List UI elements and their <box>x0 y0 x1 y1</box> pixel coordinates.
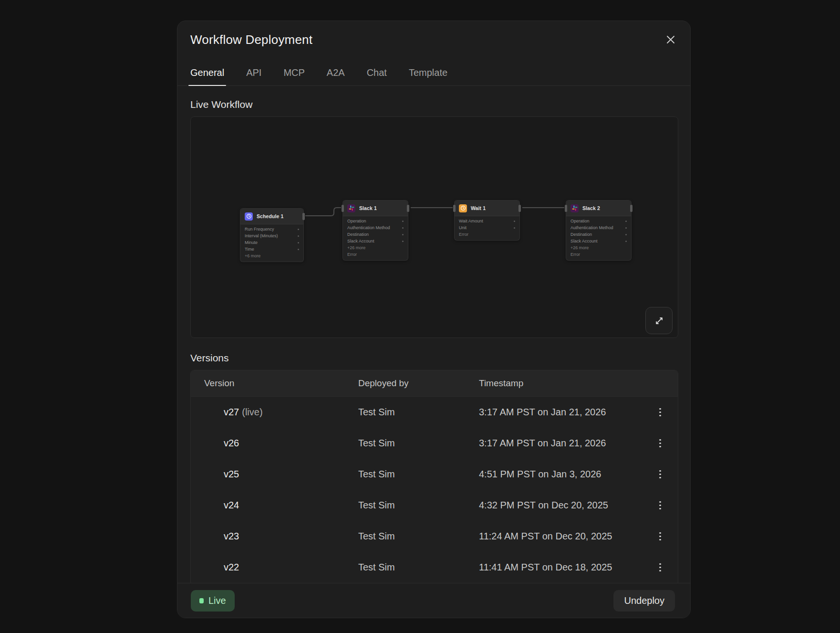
field-dot-icon <box>298 249 299 250</box>
table-row[interactable]: v22 Test Sim 11:41 AM PST on Dec 18, 202… <box>191 552 678 583</box>
field-dot-icon <box>402 227 404 229</box>
node-header: Schedule 1 <box>240 209 303 224</box>
close-icon <box>665 34 676 45</box>
workflow-canvas[interactable]: Schedule 1 Run Frequency Interval (Minut… <box>190 116 678 338</box>
node-field-label: Operation <box>347 219 366 223</box>
workflow-node-wait-1[interactable]: Wait 1 Wait Amount Unit Error <box>454 200 520 241</box>
node-title: Schedule 1 <box>257 213 283 219</box>
live-suffix-label: (live) <box>242 407 262 417</box>
node-error-label: Error <box>455 231 519 238</box>
tab-bar: General API MCP A2A Chat Template <box>177 63 690 86</box>
version-label: v26 <box>224 438 239 448</box>
workflow-deployment-modal: Workflow Deployment General API MCP A2A … <box>177 21 691 618</box>
row-menu-button[interactable] <box>652 559 668 576</box>
node-field-label: Wait Amount <box>459 219 483 223</box>
workflow-node-slack-2[interactable]: Slack 2 Operation Authentication Method … <box>566 200 632 261</box>
node-field-label: Unit <box>459 225 467 230</box>
tab-general[interactable]: General <box>190 67 224 85</box>
tab-template[interactable]: Template <box>409 67 447 85</box>
live-dot-icon <box>199 598 204 603</box>
node-field-label: Destination <box>347 232 369 237</box>
undeploy-button[interactable]: Undeploy <box>613 590 675 612</box>
node-error-label: Error <box>566 251 631 258</box>
version-label: v27 <box>224 407 239 417</box>
timestamp-value: 4:51 PM PST on Jan 3, 2026 <box>479 469 635 480</box>
table-row[interactable]: v27(live) Test Sim 3:17 AM PST on Jan 21… <box>191 397 678 428</box>
node-field-label: Authentication Method <box>347 225 390 230</box>
workflow-node-schedule-1[interactable]: Schedule 1 Run Frequency Interval (Minut… <box>240 208 304 262</box>
row-menu-button[interactable] <box>652 528 668 545</box>
schedule-clock-icon <box>245 212 253 221</box>
node-more-label[interactable]: +6 more <box>240 253 303 259</box>
live-badge-label: Live <box>208 595 226 606</box>
node-field-label: Minute <box>245 240 258 245</box>
node-field-label: Slack Account <box>570 239 598 243</box>
tab-mcp[interactable]: MCP <box>283 67 304 85</box>
row-menu-button[interactable] <box>652 404 668 421</box>
node-title: Slack 2 <box>582 205 600 211</box>
field-dot-icon <box>625 221 627 222</box>
node-more-label[interactable]: +26 more <box>566 244 631 251</box>
table-row[interactable]: v24 Test Sim 4:32 PM PST on Dec 20, 2025 <box>191 490 678 521</box>
workflow-node-slack-1[interactable]: Slack 1 Operation Authentication Method … <box>342 200 408 261</box>
version-label: v24 <box>224 500 239 510</box>
field-dot-icon <box>402 221 404 222</box>
node-body: Run Frequency Interval (Minutes) Minute … <box>240 224 303 262</box>
field-dot-icon <box>298 242 299 243</box>
row-menu-button[interactable] <box>652 435 668 452</box>
versions-heading: Versions <box>190 352 678 364</box>
slack-icon <box>347 204 355 212</box>
node-field-label: Run Frequency <box>245 227 274 232</box>
table-header-row: Version Deployed by Timestamp <box>191 370 678 397</box>
input-port[interactable] <box>565 205 567 212</box>
table-row[interactable]: v23 Test Sim 11:24 AM PST on Dec 20, 202… <box>191 521 678 552</box>
close-button[interactable] <box>664 32 678 47</box>
output-port[interactable] <box>407 205 409 212</box>
modal-content: Live Workflow Schedule 1 Run Frequency <box>190 86 678 586</box>
modal-footer: Live Undeploy <box>177 583 690 618</box>
field-dot-icon <box>514 221 515 222</box>
row-menu-button[interactable] <box>652 497 668 514</box>
version-label: v25 <box>224 469 239 479</box>
version-label: v23 <box>224 531 239 541</box>
expand-workflow-button[interactable] <box>645 307 673 334</box>
deployed-by-value: Test Sim <box>358 500 479 511</box>
node-field-label: Authentication Method <box>570 225 613 230</box>
field-dot-icon <box>298 235 299 237</box>
output-port[interactable] <box>519 205 521 212</box>
table-row[interactable]: v26 Test Sim 3:17 AM PST on Jan 21, 2026 <box>191 428 678 459</box>
node-more-label[interactable]: +26 more <box>343 244 408 251</box>
node-header: Slack 2 <box>566 200 631 216</box>
timestamp-value: 3:17 AM PST on Jan 21, 2026 <box>479 438 635 449</box>
node-field-label: Interval (Minutes) <box>245 233 278 238</box>
tab-api[interactable]: API <box>246 67 261 85</box>
deployed-by-value: Test Sim <box>358 407 479 418</box>
field-dot-icon <box>625 234 627 235</box>
output-port[interactable] <box>302 213 305 220</box>
column-header-deployed-by: Deployed by <box>358 378 479 389</box>
field-dot-icon <box>402 241 404 242</box>
row-menu-button[interactable] <box>652 466 668 483</box>
tab-a2a[interactable]: A2A <box>327 67 345 85</box>
live-status-badge: Live <box>191 590 235 612</box>
node-body: Wait Amount Unit Error <box>455 216 519 240</box>
field-dot-icon <box>402 234 404 235</box>
modal-title: Workflow Deployment <box>190 32 312 47</box>
timestamp-value: 11:24 AM PST on Dec 20, 2025 <box>479 531 635 542</box>
timestamp-value: 4:32 PM PST on Dec 20, 2025 <box>479 500 635 511</box>
node-field-label: Destination <box>570 232 592 237</box>
deployed-by-value: Test Sim <box>358 531 479 542</box>
output-port[interactable] <box>630 205 633 212</box>
table-row[interactable]: v25 Test Sim 4:51 PM PST on Jan 3, 2026 <box>191 459 678 490</box>
node-error-label: Error <box>343 251 408 258</box>
deployed-by-value: Test Sim <box>358 469 479 480</box>
input-port[interactable] <box>342 205 344 212</box>
input-port[interactable] <box>453 205 456 212</box>
node-body: Operation Authentication Method Destinat… <box>566 216 631 260</box>
timestamp-value: 3:17 AM PST on Jan 21, 2026 <box>479 407 635 418</box>
wait-clock-icon <box>459 204 467 212</box>
column-header-version: Version <box>204 378 358 389</box>
field-dot-icon <box>625 241 627 242</box>
versions-table: Version Deployed by Timestamp v27(live) … <box>190 370 678 586</box>
tab-chat[interactable]: Chat <box>367 67 387 85</box>
